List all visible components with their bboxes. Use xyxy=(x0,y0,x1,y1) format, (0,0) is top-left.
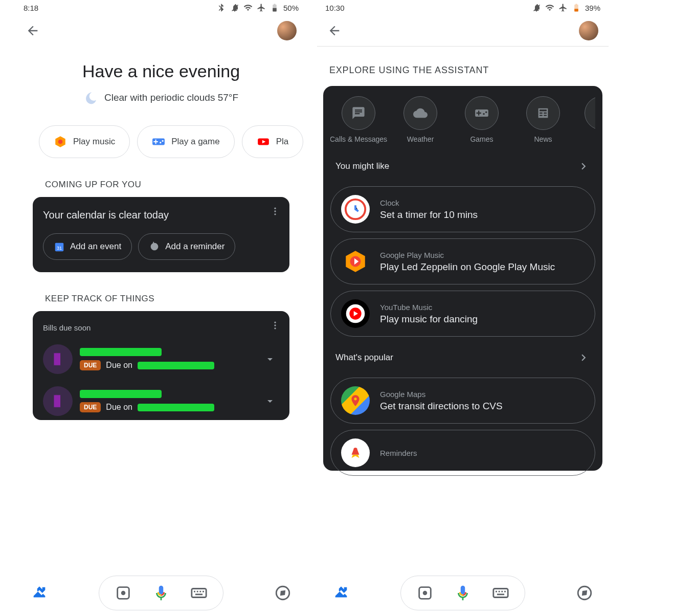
nav-center-pill[interactable] xyxy=(400,576,525,610)
greeting-text: Have a nice evening xyxy=(15,61,307,81)
card-menu-button[interactable] xyxy=(270,206,280,218)
due-badge: DUE xyxy=(80,360,101,370)
compass-icon[interactable] xyxy=(576,584,593,602)
svg-point-7 xyxy=(274,322,276,323)
suggestion-youtube-music[interactable]: YouTube Music Play music for dancing xyxy=(330,291,595,337)
back-arrow-icon[interactable] xyxy=(26,24,40,38)
gamepad-icon xyxy=(152,135,165,148)
bill-row[interactable]: DUE Due on xyxy=(43,338,279,380)
svg-rect-27 xyxy=(499,591,500,592)
chevron-right-icon[interactable] xyxy=(577,160,590,173)
category-label: Games xyxy=(470,135,493,143)
add-reminder-button[interactable]: Add a reminder xyxy=(138,233,235,260)
category-label: Weather xyxy=(407,135,434,143)
dnd-icon xyxy=(532,3,541,12)
youtube-music-icon xyxy=(345,303,366,324)
battery-percent: 39% xyxy=(585,4,600,12)
gamepad-icon xyxy=(475,106,489,120)
subhead-label: You might like xyxy=(335,161,389,171)
suggestion-play-music[interactable]: Google Play Music Play Led Zeppelin on G… xyxy=(330,238,595,284)
reminder-ribbon-icon xyxy=(348,445,363,460)
receipt-icon xyxy=(43,344,73,374)
chip-play-game[interactable]: Play a game xyxy=(137,125,235,158)
weather-row: Clear with periodic clouds 57°F xyxy=(15,91,307,105)
mic-icon[interactable] xyxy=(152,584,170,602)
maps-icon xyxy=(349,394,362,407)
nav-center-pill[interactable] xyxy=(99,576,223,610)
bottom-nav xyxy=(317,570,609,616)
svg-point-4 xyxy=(274,213,276,215)
redacted-text xyxy=(138,362,214,369)
suggestion-text: Get transit directions to CVS xyxy=(380,401,503,412)
weather-text: Clear with periodic clouds 57°F xyxy=(104,92,238,103)
updates-icon[interactable] xyxy=(31,584,48,602)
battery-percent: 50% xyxy=(283,4,299,12)
keyboard-icon[interactable] xyxy=(492,584,509,602)
chat-icon xyxy=(351,106,366,120)
suggestion-clock[interactable]: Clock Set a timer for 10 mins xyxy=(330,186,595,232)
card-menu-button[interactable] xyxy=(270,320,280,333)
content-area: EXPLORE USING THE ASSISTANT Calls & Mess… xyxy=(317,47,609,616)
play-music-icon xyxy=(343,249,368,274)
section-coming-up: COMING UP FOR YOU xyxy=(15,170,307,197)
category-more[interactable] xyxy=(581,96,591,143)
svg-rect-25 xyxy=(493,589,508,598)
svg-rect-26 xyxy=(496,591,497,592)
explore-card: Calls & Messages Weather Games News xyxy=(323,86,602,471)
mic-icon[interactable] xyxy=(454,584,472,602)
avatar[interactable] xyxy=(277,21,297,40)
due-text: Due on xyxy=(106,361,132,370)
suggestion-reminders[interactable]: Reminders xyxy=(330,430,595,476)
moon-icon xyxy=(84,91,98,105)
category-games[interactable]: Games xyxy=(458,96,505,143)
bluetooth-icon xyxy=(217,3,226,12)
category-calls-messages[interactable]: Calls & Messages xyxy=(334,96,383,143)
redacted-text xyxy=(138,404,214,411)
airplane-icon xyxy=(257,3,266,12)
bill-row[interactable]: DUE Due on xyxy=(43,380,279,417)
battery-low-icon xyxy=(572,3,581,12)
chip-youtube[interactable]: Pla xyxy=(242,125,304,158)
svg-point-11 xyxy=(121,591,126,596)
svg-point-0 xyxy=(58,140,63,144)
keyboard-icon[interactable] xyxy=(190,584,208,602)
suggestion-text: Set a timer for 10 mins xyxy=(380,209,478,221)
svg-rect-17 xyxy=(195,593,203,595)
compass-icon[interactable] xyxy=(274,584,291,602)
pill-label: Add an event xyxy=(70,241,121,252)
subhead-whats-popular[interactable]: What's popular xyxy=(330,343,595,371)
suggestion-maps[interactable]: Google Maps Get transit directions to CV… xyxy=(330,378,595,424)
status-bar: 10:30 39% xyxy=(317,0,609,15)
add-event-button[interactable]: 31 Add an event xyxy=(43,233,132,260)
bills-card: Bills due soon DUE Due on xyxy=(33,311,289,420)
status-bar: 8:18 50% xyxy=(15,0,307,15)
lens-icon[interactable] xyxy=(416,584,434,602)
status-icons: 50% xyxy=(217,3,299,12)
chevron-down-icon[interactable] xyxy=(264,395,276,407)
bill-body: DUE Due on xyxy=(80,390,279,412)
category-news[interactable]: News xyxy=(520,96,567,143)
screen-left: 8:18 50% Have a nice evening Clear with … xyxy=(15,0,307,616)
top-bar xyxy=(317,15,609,46)
airplane-icon xyxy=(558,3,568,12)
svg-point-9 xyxy=(274,327,276,329)
back-arrow-icon[interactable] xyxy=(327,24,342,38)
status-icons: 39% xyxy=(532,3,600,12)
svg-rect-28 xyxy=(501,591,503,592)
chip-play-music[interactable]: Play music xyxy=(39,125,130,158)
chip-label: Play music xyxy=(73,137,115,147)
subhead-you-might-like[interactable]: You might like xyxy=(330,151,595,180)
svg-rect-16 xyxy=(203,591,204,592)
chevron-down-icon[interactable] xyxy=(264,353,276,365)
avatar[interactable] xyxy=(579,21,598,40)
category-weather[interactable]: Weather xyxy=(397,96,444,143)
subhead-label: What's popular xyxy=(335,353,393,363)
suggestion-text: Play music for dancing xyxy=(380,314,478,325)
chevron-right-icon[interactable] xyxy=(577,351,590,364)
suggestion-app: Reminders xyxy=(380,449,417,457)
updates-icon[interactable] xyxy=(332,584,350,602)
pill-label: Add a reminder xyxy=(165,241,224,252)
chip-label: Pla xyxy=(276,137,289,147)
calendar-card-title: Your calendar is clear today xyxy=(43,209,279,221)
lens-icon[interactable] xyxy=(115,584,132,602)
